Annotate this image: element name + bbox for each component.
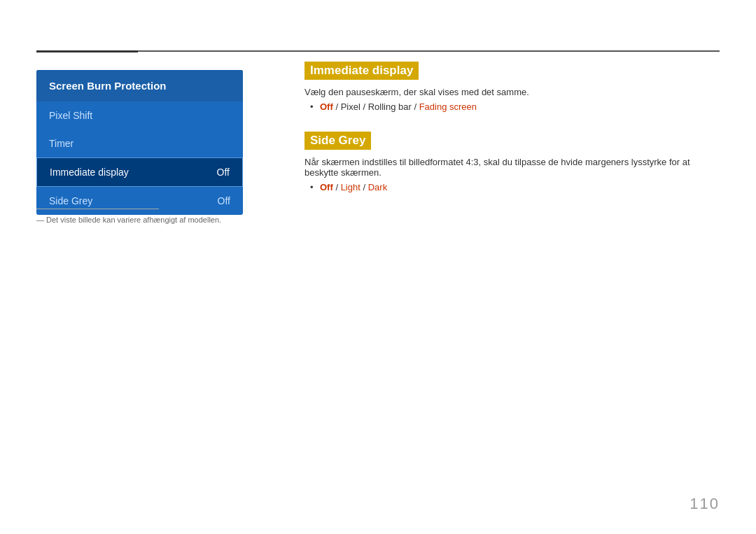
- option-separator2: /: [363, 182, 368, 192]
- panel-title: Screen Burn Protection: [36, 70, 243, 101]
- option-off: Off: [320, 182, 333, 192]
- left-panel: Screen Burn Protection Pixel Shift Timer…: [36, 70, 243, 215]
- menu-item-value: Off: [217, 167, 230, 178]
- footnote-text: ― Det viste billede kan variere afhængig…: [36, 216, 221, 224]
- immediate-display-section: Immediate display Vælg den pauseskærm, d…: [304, 62, 720, 112]
- option-separator: /: [335, 182, 340, 192]
- menu-item-label: Immediate display: [50, 167, 129, 178]
- immediate-display-title: Immediate display: [304, 62, 419, 80]
- menu-item-pixel-shift[interactable]: Pixel Shift: [36, 101, 243, 129]
- option-light: Light: [341, 182, 360, 192]
- menu-item-timer[interactable]: Timer: [36, 129, 243, 157]
- option-separator: / Pixel / Rolling bar /: [335, 101, 419, 112]
- side-grey-options: Off / Light / Dark: [310, 182, 720, 192]
- option-off: Off: [320, 101, 333, 112]
- menu-item-label: Timer: [49, 138, 74, 149]
- right-panel: Immediate display Vælg den pauseskærm, d…: [304, 62, 720, 212]
- immediate-display-option-item: Off / Pixel / Rolling bar / Fading scree…: [310, 101, 720, 112]
- option-dark: Dark: [368, 182, 387, 192]
- immediate-display-options: Off / Pixel / Rolling bar / Fading scree…: [310, 101, 720, 112]
- menu-item-label: Pixel Shift: [49, 110, 92, 121]
- menu-item-immediate-display[interactable]: Immediate display Off: [36, 157, 243, 187]
- side-grey-desc: Når skærmen indstilles til billedformate…: [304, 157, 720, 178]
- option-fading-screen: Fading screen: [419, 101, 477, 112]
- top-divider: [36, 50, 720, 52]
- menu-item-side-grey[interactable]: Side Grey Off: [36, 187, 243, 215]
- footnote-divider: [36, 209, 159, 209]
- top-divider-accent: [36, 50, 138, 52]
- immediate-display-desc: Vælg den pauseskærm, der skal vises med …: [304, 87, 720, 97]
- page-number: 110: [690, 495, 720, 513]
- side-grey-section: Side Grey Når skærmen indstilles til bil…: [304, 132, 720, 192]
- menu-item-value: Off: [218, 195, 230, 206]
- menu-item-label: Side Grey: [49, 195, 92, 206]
- side-grey-option-item: Off / Light / Dark: [310, 182, 720, 192]
- side-grey-title: Side Grey: [304, 132, 371, 150]
